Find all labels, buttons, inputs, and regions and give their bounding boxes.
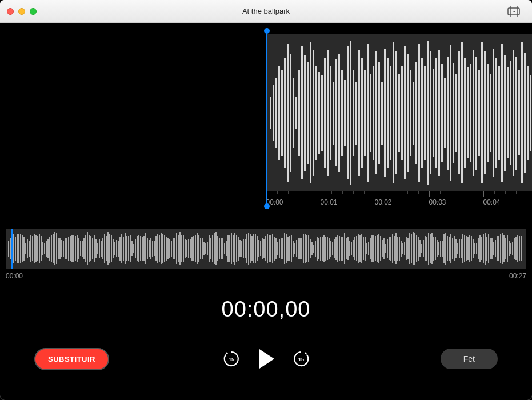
tick-label: 00:01 bbox=[321, 198, 338, 206]
skip-back-icon: 15 bbox=[223, 350, 240, 368]
skip-forward-icon: 15 bbox=[293, 350, 310, 368]
overview-end-time: 00:27 bbox=[509, 272, 526, 280]
trim-button[interactable] bbox=[502, 3, 525, 19]
overview-bars bbox=[6, 229, 526, 269]
tick-label: 00:04 bbox=[483, 198, 501, 206]
record-replace-button[interactable]: SUBSTITUIR bbox=[34, 348, 109, 370]
skip-back-button[interactable]: 15 bbox=[223, 350, 240, 368]
toolbar-right bbox=[502, 3, 525, 19]
tick: 00:01 bbox=[321, 191, 338, 206]
window-controls bbox=[7, 8, 37, 15]
overview-times: 00:00 00:27 bbox=[6, 269, 526, 280]
minimize-button[interactable] bbox=[18, 8, 25, 15]
svg-text:15: 15 bbox=[228, 357, 234, 362]
titlebar: At the ballpark bbox=[0, 0, 532, 23]
overview-playhead[interactable] bbox=[11, 229, 13, 269]
tick: 00:04 bbox=[483, 191, 501, 206]
trim-icon bbox=[507, 6, 521, 17]
overview-section: 00:00 00:27 bbox=[0, 206, 532, 280]
done-button[interactable]: Fet bbox=[441, 349, 498, 369]
play-icon bbox=[257, 348, 275, 370]
close-button[interactable] bbox=[7, 8, 14, 15]
tick: 00:02 bbox=[375, 191, 392, 206]
waveform-bars bbox=[266, 34, 533, 191]
voice-memo-edit-window: At the ballpark 00:0000:0100:0200:0300:0… bbox=[0, 0, 532, 400]
overview-start-time: 00:00 bbox=[6, 272, 23, 280]
skip-forward-button[interactable]: 15 bbox=[293, 350, 310, 368]
tick-label: 00:03 bbox=[429, 198, 446, 206]
tick-label: 00:02 bbox=[375, 198, 392, 206]
timecode-display: 00:00,00 bbox=[0, 280, 532, 339]
controls-bar: SUBSTITUIR 15 bbox=[0, 339, 532, 390]
playhead[interactable] bbox=[266, 31, 267, 206]
editor-content: 00:0000:0100:0200:0300:0400: 00:00 00:27… bbox=[0, 23, 532, 400]
playback-controls: 15 15 bbox=[223, 348, 310, 370]
svg-text:15: 15 bbox=[298, 357, 303, 362]
overview-waveform[interactable] bbox=[6, 229, 526, 269]
maximize-button[interactable] bbox=[30, 8, 37, 15]
timeline-ruler: 00:0000:0100:0200:0300:0400: bbox=[266, 191, 533, 206]
waveform-main[interactable]: 00:0000:0100:0200:0300:0400: bbox=[0, 23, 532, 206]
play-button[interactable] bbox=[257, 348, 275, 370]
window-title: At the ballpark bbox=[242, 7, 290, 15]
tick: 00:03 bbox=[429, 191, 446, 206]
